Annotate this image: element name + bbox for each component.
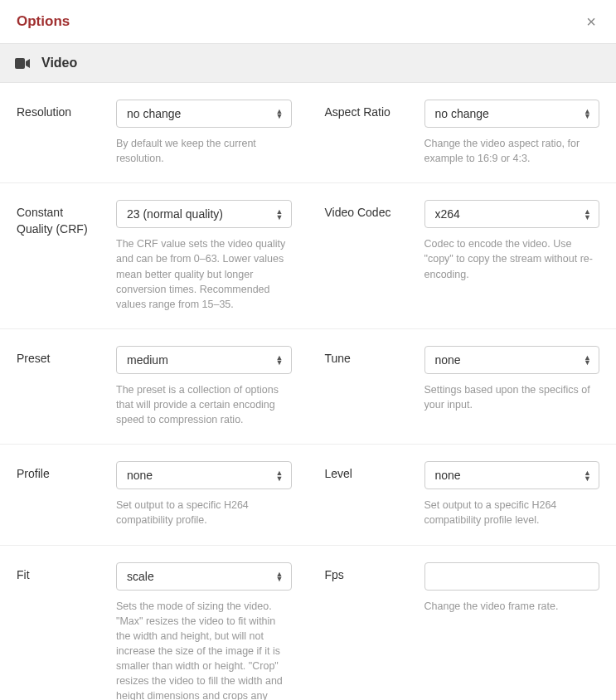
select-wrapper-fit [116,562,292,591]
select-wrapper-level [424,461,600,489]
label-preset: Preset [17,346,99,427]
field-aspect-ratio: Aspect Ratio Change the video aspect rat… [308,100,617,166]
modal-title: Options [17,13,70,30]
preset-select[interactable] [116,346,292,374]
field-tune: Tune Settings based upon the specifics o… [308,346,617,427]
control-crf: The CRF value sets the video quality and… [116,200,292,312]
help-preset: The preset is a collection of options th… [116,382,292,427]
row-crf-codec: Constant Quality (CRF) The CRF value set… [0,183,616,329]
help-tune: Settings based upon the specifics of you… [424,382,600,412]
svg-rect-0 [15,58,25,69]
crf-select[interactable] [116,200,292,228]
label-video-codec: Video Codec [325,200,408,312]
control-profile: Set output to a specific H264 compatibil… [116,461,292,527]
field-level: Level Set output to a specific H264 comp… [308,461,617,527]
aspect-ratio-select[interactable] [424,100,600,128]
control-fps: Change the video frame rate. [424,562,600,701]
select-wrapper-tune [424,346,600,374]
control-video-codec: Codec to encode the video. Use "copy" to… [424,200,600,312]
control-fit: Sets the mode of sizing the video. "Max"… [116,562,292,701]
video-camera-icon [15,58,30,69]
help-level: Set output to a specific H264 compatibil… [424,498,600,527]
select-wrapper-aspect-ratio [424,100,600,128]
label-fit: Fit [17,562,99,701]
label-fps: Fps [325,562,408,701]
tune-select[interactable] [424,346,600,374]
field-profile: Profile Set output to a specific H264 co… [0,461,308,527]
label-resolution: Resolution [17,100,99,166]
field-resolution: Resolution By default we keep the curren… [0,100,308,166]
control-preset: The preset is a collection of options th… [116,346,292,427]
control-tune: Settings based upon the specifics of you… [424,346,600,427]
help-fit: Sets the mode of sizing the video. "Max"… [116,599,292,701]
help-resolution: By default we keep the current resolutio… [116,136,292,166]
resolution-select[interactable] [116,100,292,128]
row-profile-level: Profile Set output to a specific H264 co… [0,445,616,545]
level-select[interactable] [424,461,600,489]
row-resolution-aspect: Resolution By default we keep the curren… [0,83,616,183]
select-wrapper-resolution [116,100,292,128]
help-crf: The CRF value sets the video quality and… [116,236,292,312]
field-video-codec: Video Codec Codec to encode the video. U… [308,200,617,312]
help-fps: Change the video frame rate. [424,599,600,614]
field-fps: Fps Change the video frame rate. [308,562,617,701]
select-wrapper-video-codec [424,200,600,228]
modal-header: Options × [0,0,616,44]
video-codec-select[interactable] [424,200,600,228]
label-tune: Tune [325,346,408,427]
section-header-video: Video [0,44,616,83]
field-fit: Fit Sets the mode of sizing the video. "… [0,562,308,701]
control-resolution: By default we keep the current resolutio… [116,100,292,166]
label-crf: Constant Quality (CRF) [17,200,99,312]
profile-select[interactable] [116,461,292,489]
control-aspect-ratio: Change the video aspect ratio, for examp… [424,100,600,166]
select-wrapper-crf [116,200,292,228]
field-crf: Constant Quality (CRF) The CRF value set… [0,200,308,312]
select-wrapper-profile [116,461,292,489]
control-level: Set output to a specific H264 compatibil… [424,461,600,527]
section-title: Video [41,56,77,70]
close-button[interactable]: × [583,13,599,30]
select-wrapper-preset [116,346,292,374]
field-preset: Preset The preset is a collection of opt… [0,346,308,427]
fps-input[interactable] [424,562,600,591]
label-level: Level [325,461,408,527]
label-profile: Profile [17,461,99,527]
row-preset-tune: Preset The preset is a collection of opt… [0,329,616,445]
help-video-codec: Codec to encode the video. Use "copy" to… [424,236,600,281]
help-aspect-ratio: Change the video aspect ratio, for examp… [424,136,600,166]
row-fit-fps: Fit Sets the mode of sizing the video. "… [0,546,616,701]
label-aspect-ratio: Aspect Ratio [325,100,408,166]
fit-select[interactable] [116,562,292,591]
help-profile: Set output to a specific H264 compatibil… [116,498,292,527]
